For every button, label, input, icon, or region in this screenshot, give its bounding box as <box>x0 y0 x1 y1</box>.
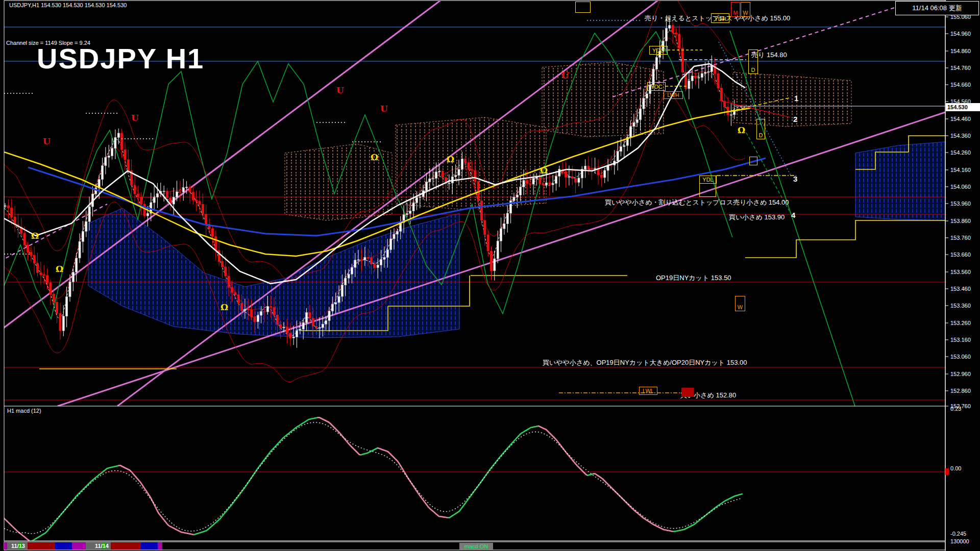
level-tag-box <box>575 2 591 13</box>
level-tag-box <box>681 388 694 397</box>
price-tick-153.460: 153.460 <box>950 286 971 292</box>
price-tick-153.360: 153.360 <box>950 303 971 309</box>
level-tag-LWH: LWH <box>664 91 683 99</box>
price-tick-154.960: 154.960 <box>950 31 971 37</box>
buy-marker-icon: Ω <box>56 264 63 274</box>
price-tick-155.060: 155.060 <box>950 14 971 20</box>
date-label-11/13[interactable]: 11/13 <box>11 543 25 549</box>
trade-annotation-4: OP19日NYカット 153.50 <box>656 273 731 283</box>
buy-marker-icon: Ω <box>220 302 228 312</box>
price-tick-153.560: 153.560 <box>950 269 971 275</box>
timeline-segment <box>111 542 141 549</box>
sell-marker-icon: U <box>336 85 344 95</box>
macd-indicator-label: H1 macd (12) <box>7 408 41 414</box>
sell-marker-icon: U <box>43 136 51 146</box>
timeline-segment <box>72 542 86 549</box>
macd-tick-0.23: 0.23 <box>950 406 961 412</box>
projected-cloud <box>733 72 851 127</box>
watermark-symbol: USDJPY H1 <box>37 42 204 75</box>
price-tick-154.160: 154.160 <box>950 167 971 173</box>
macd-tick--0.245: -0.245 <box>950 531 966 537</box>
price-tick-154.260: 154.260 <box>950 149 971 156</box>
sell-marker-icon: U <box>561 70 569 81</box>
level-tag-D: D <box>748 49 758 74</box>
timeline-segment <box>158 542 162 549</box>
macd-signal-line <box>4 422 742 534</box>
timeline-segment <box>28 542 55 549</box>
symbol-title: USDJPY,H1 154.530 154.530 154.530 154.53… <box>9 2 127 8</box>
price-tick-154.060: 154.060 <box>950 184 971 190</box>
buy-marker-icon: Ω <box>738 125 745 135</box>
trade-annotation-5: 買いやや小さめ、OP19日NYカット大きめ/OP20日NYカット 153.00 <box>543 358 747 367</box>
level-tag-YDL: YDL <box>699 176 717 184</box>
price-tick-153.160: 153.160 <box>950 337 971 343</box>
price-tick-153.060: 153.060 <box>950 354 971 360</box>
level-tag-W: W <box>741 2 750 17</box>
buy-marker-icon: Ω <box>540 165 548 176</box>
level-tag-YDH: YDH <box>711 13 729 23</box>
trendline-number-4: 4 <box>791 211 795 219</box>
buy-marker-icon: Ω <box>371 152 378 162</box>
price-tick-153.760: 153.760 <box>950 235 971 241</box>
buy-marker-icon: Ω <box>447 154 454 164</box>
option-step-line <box>745 220 945 258</box>
sell-marker-icon: U <box>380 104 388 114</box>
trendline-number-2: 2 <box>793 115 797 123</box>
chart-canvas[interactable] <box>0 0 980 551</box>
level-tag-LWL: LWL <box>639 387 657 395</box>
price-tick-153.860: 153.860 <box>950 218 971 224</box>
trendline-number-3: 3 <box>793 174 797 183</box>
update-time-badge: 11/14 06:08 更新 <box>895 1 979 15</box>
price-tick-154.360: 154.360 <box>950 133 971 139</box>
level-tag-D: D <box>756 119 765 139</box>
price-tick-153.660: 153.660 <box>950 252 971 258</box>
macd-tick-130000: 130000 <box>950 538 969 544</box>
date-label-11/14[interactable]: 11/14 <box>95 543 109 549</box>
buy-marker-icon: Ω <box>31 231 39 241</box>
level-tag-W: W <box>735 296 745 311</box>
price-tick-152.860: 152.860 <box>950 388 971 394</box>
macd-pane <box>4 417 945 541</box>
price-tick-154.560: 154.560 <box>950 98 971 105</box>
price-tick-153.260: 153.260 <box>950 320 971 326</box>
macd-toggle-button[interactable]: macd ON <box>459 543 493 549</box>
level-tag-M: M <box>731 2 740 17</box>
trade-annotation-2: 買いやや小さめ・割り込むとストップロス売り小さめ 154.00 <box>605 198 789 207</box>
trade-annotation-3: 買い小さめ 153.90 <box>729 213 785 222</box>
macd-tick-0.00: 0.00 <box>950 465 961 471</box>
price-tick-152.960: 152.960 <box>950 371 971 377</box>
price-tick-154.760: 154.760 <box>950 65 971 71</box>
price-tick-154.460: 154.460 <box>950 116 971 122</box>
timeline-segment <box>141 542 158 549</box>
trendline-number-1: 1 <box>794 94 798 103</box>
level-tag-YDO: YDO <box>649 46 668 55</box>
timeline-segment <box>55 542 72 549</box>
price-tick-154.660: 154.660 <box>950 82 971 88</box>
price-tick-153.960: 153.960 <box>950 201 971 207</box>
trading-chart-window: USDJPY,H1 154.530 154.530 154.530 154.53… <box>0 0 980 551</box>
price-tick-154.860: 154.860 <box>950 48 971 54</box>
level-tag-box <box>749 157 757 165</box>
sell-marker-icon: U <box>131 113 139 123</box>
level-tag-YDC: YDC <box>647 82 666 91</box>
